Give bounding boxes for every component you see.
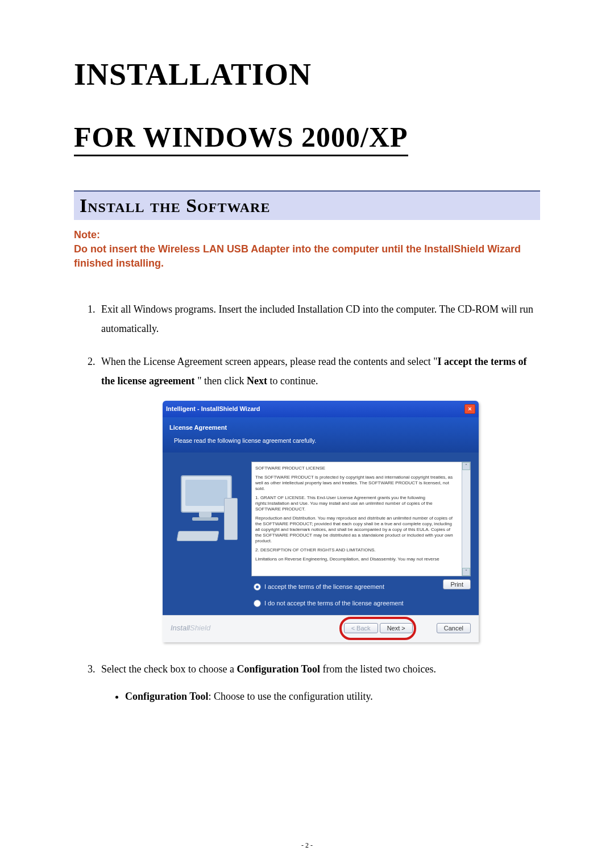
step-2-bold2: Next — [247, 375, 267, 387]
step-1: Exit all Windows programs. Insert the in… — [98, 300, 540, 338]
computer-icon — [176, 475, 238, 543]
wizard-title-text: Intelligent - InstallShield Wizard — [166, 403, 260, 415]
scroll-up-icon[interactable]: ˄ — [462, 462, 470, 470]
scroll-down-icon[interactable]: ˅ — [462, 568, 470, 576]
step-1-text: Exit all Windows programs. Insert the in… — [101, 304, 533, 334]
heading-installation: INSTALLATION — [74, 57, 540, 92]
step-3-sub-rest: : Choose to use the configuration utilit… — [209, 691, 373, 702]
next-button[interactable]: Next > — [380, 623, 413, 633]
license-line-5: 2. DESCRIPTION OF OTHER RIGHTS AND LIMIT… — [255, 547, 458, 553]
license-line-4: Reproduction and Distribution. You may r… — [255, 516, 458, 544]
license-line-1: SOFTWARE PRODUCT LICENSE — [255, 466, 458, 471]
steps-list: Exit all Windows programs. Insert the in… — [74, 300, 540, 706]
step-3-b: from the listed two choices. — [320, 663, 436, 675]
radio-accept-label: I accept the terms of the license agreem… — [264, 581, 384, 593]
license-line-3: 1. GRANT OF LICENSE. This End-User Licen… — [255, 495, 458, 512]
step-3-sub-bold: Configuration Tool — [125, 691, 209, 702]
wizard-subheading: License Agreement — [169, 422, 472, 434]
close-icon[interactable]: × — [464, 404, 475, 414]
radio-accept[interactable]: I accept the terms of the license agreem… — [251, 576, 384, 593]
section-title: Install the Software — [80, 195, 534, 217]
radio-reject[interactable]: I do not accept the terms of the license… — [251, 593, 471, 609]
section-band: Install the Software — [74, 190, 540, 220]
wizard-footer: InstallShield < Back Next > Cancel — [163, 615, 479, 642]
cancel-button[interactable]: Cancel — [437, 623, 471, 633]
installshield-brand: InstallShield — [171, 621, 210, 636]
step-3-sub: Configuration Tool: Choose to use the co… — [125, 687, 540, 706]
print-button[interactable]: Print — [443, 579, 471, 589]
wizard-instruction: Please read the following license agreem… — [169, 435, 472, 447]
step-2-c: to continue. — [267, 375, 318, 387]
brand-install: Install — [171, 624, 190, 632]
wizard-illustration — [171, 462, 243, 609]
license-line-6: Limitations on Reverse Engineering, Deco… — [255, 556, 458, 562]
wizard-subheader: License Agreement Please read the follow… — [163, 417, 479, 452]
step-3-bold: Configuration Tool — [237, 663, 320, 675]
scrollbar[interactable]: ˄ ˅ — [462, 462, 470, 576]
step-2: When the License Agreement screen appear… — [98, 352, 540, 642]
note-label: Note: — [74, 229, 100, 240]
step-3-a: Select the check box to choose a — [101, 663, 237, 675]
radio-reject-label: I do not accept the terms of the license… — [264, 597, 404, 609]
license-line-2: The SOFTWARE PRODUCT is protected by cop… — [255, 475, 458, 492]
installshield-wizard: Intelligent - InstallShield Wizard × Lic… — [163, 401, 479, 642]
wizard-screenshot: Intelligent - InstallShield Wizard × Lic… — [101, 401, 540, 642]
wizard-body: SOFTWARE PRODUCT LICENSE The SOFTWARE PR… — [163, 452, 479, 615]
wizard-titlebar: Intelligent - InstallShield Wizard × — [163, 401, 479, 417]
license-textarea[interactable]: SOFTWARE PRODUCT LICENSE The SOFTWARE PR… — [251, 462, 471, 576]
heading-for-windows: FOR WINDOWS 2000/XP — [74, 121, 408, 156]
radio-icon[interactable] — [254, 600, 261, 607]
brand-shield: Shield — [190, 624, 210, 632]
next-button-highlight: < Back Next > — [344, 622, 413, 634]
radio-icon-selected[interactable] — [254, 583, 261, 591]
page-number: - 2 - — [0, 841, 614, 850]
step-3: Select the check box to choose a Configu… — [98, 659, 540, 706]
step-2-b: " then click — [195, 375, 247, 387]
step-2-a: When the License Agreement screen appear… — [101, 356, 438, 367]
back-button[interactable]: < Back — [344, 623, 378, 633]
note-block: Note: Do not insert the Wireless LAN USB… — [74, 228, 540, 271]
note-body: Do not insert the Wireless LAN USB Adapt… — [74, 243, 521, 269]
